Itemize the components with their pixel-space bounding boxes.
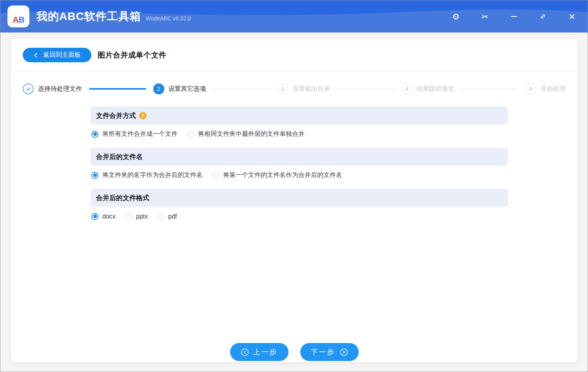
radio-pptx[interactable] <box>125 213 132 220</box>
close-icon[interactable]: ✕ <box>567 12 577 21</box>
app-version: WodeABC v6.32.0 <box>146 15 191 22</box>
step-1-circle: 1 <box>23 83 34 94</box>
section-format-header: 合并后的文件格式 <box>91 189 508 207</box>
step-5-start-processing: 5 开始处理 <box>525 83 566 94</box>
step-2-other-options: 2 设置其它选项 <box>153 83 206 94</box>
next-step-label: 下一步 <box>311 347 336 357</box>
logo-text: AB <box>7 15 29 25</box>
radio-option-pptx[interactable]: pptx <box>125 213 148 220</box>
stepper-connector <box>461 88 519 89</box>
section-merge-mode-header: 文件合并方式 ? <box>91 107 508 125</box>
wizard-footer: 上一步 下一步 <box>11 343 577 361</box>
stepper-connector <box>213 88 270 89</box>
circled-left-chevron-icon <box>241 348 249 356</box>
merge-mode-radio-group: 将所有文件合并成一个文件 将相同文件夹中最外层的文件单独合并 <box>91 129 508 139</box>
filename-radio-group: 将文件夹的名字作为合并后的文件名 将第一个文件的文件名作为合并后的文件名 <box>91 170 508 181</box>
step-4-label: 结果路径预览 <box>417 85 454 93</box>
stepper-connector <box>89 88 146 90</box>
scissors-screenshot-icon[interactable]: ✂ <box>480 12 490 21</box>
page-background: 返回到主面板 图片合并成单个文件 1 选择待处理文件 2 设置其它选项 <box>0 33 588 372</box>
circled-right-chevron-icon <box>340 348 348 356</box>
step-3-output-dir: 3 设置输出目录 <box>277 83 330 94</box>
section-merge-mode-title: 文件合并方式 <box>96 111 136 120</box>
step-4-result-preview: 4 结果路径预览 <box>401 83 454 94</box>
app-title: 我的ABC软件工具箱 <box>36 9 141 24</box>
radio-docx[interactable] <box>91 213 98 220</box>
radio-merge-all[interactable] <box>91 131 98 138</box>
format-radio-group: docx pptx pdf <box>91 211 508 222</box>
section-format-title: 合并后的文件格式 <box>96 193 149 202</box>
stepper-connector <box>337 88 394 89</box>
main-card: 返回到主面板 图片合并成单个文件 1 选择待处理文件 2 设置其它选项 <box>11 38 578 363</box>
titlebar: AB 我的ABC软件工具箱 WodeABC v6.32.0 ⚙ ✂ ✕ <box>0 0 588 33</box>
check-icon <box>25 86 31 92</box>
step-1-label: 选择待处理文件 <box>38 85 82 93</box>
radio-merge-per-folder[interactable] <box>187 131 194 138</box>
radio-label: 将所有文件合并成一个文件 <box>102 130 178 138</box>
step-1-select-files: 1 选择待处理文件 <box>23 83 82 94</box>
options-content: 文件合并方式 ? 将所有文件合并成一个文件 将相同文件夹中最外层的文件单独合并 <box>11 107 577 222</box>
radio-first-file-name[interactable] <box>212 172 219 179</box>
card-header: 返回到主面板 图片合并成单个文件 <box>11 39 577 72</box>
radio-label: pdf <box>168 213 177 220</box>
previous-step-button[interactable]: 上一步 <box>230 343 289 361</box>
radio-option-first-file-name[interactable]: 将第一个文件的文件名作为合并后的文件名 <box>212 171 342 179</box>
app-logo: AB <box>7 5 29 27</box>
radio-label: pptx <box>136 213 148 220</box>
maximize-expand-icon[interactable] <box>538 12 548 21</box>
settings-gear-icon[interactable]: ⚙ <box>451 12 461 21</box>
section-filename-header: 合并后的文件名 <box>91 148 508 166</box>
radio-option-docx[interactable]: docx <box>91 213 116 220</box>
radio-label: 将相同文件夹中最外层的文件单独合并 <box>198 130 305 138</box>
step-4-circle: 4 <box>401 83 412 94</box>
minimize-icon[interactable] <box>509 12 519 21</box>
radio-pdf[interactable] <box>157 213 164 220</box>
back-button-label: 返回到主面板 <box>43 51 81 59</box>
section-filename-title: 合并后的文件名 <box>96 152 143 161</box>
app-window: AB 我的ABC软件工具箱 WodeABC v6.32.0 ⚙ ✂ ✕ <box>0 0 588 372</box>
next-step-button[interactable]: 下一步 <box>300 343 359 361</box>
back-chevron-icon <box>33 52 38 58</box>
radio-option-folder-name[interactable]: 将文件夹的名字作为合并后的文件名 <box>91 171 203 179</box>
step-3-label: 设置输出目录 <box>292 85 330 93</box>
radio-label: docx <box>102 213 116 220</box>
step-5-circle: 5 <box>525 83 536 94</box>
radio-label: 将文件夹的名字作为合并后的文件名 <box>102 171 203 179</box>
page-title: 图片合并成单个文件 <box>98 50 167 60</box>
step-5-label: 开始处理 <box>541 85 566 93</box>
radio-folder-name[interactable] <box>91 172 98 179</box>
back-to-dashboard-button[interactable]: 返回到主面板 <box>23 48 91 62</box>
previous-step-label: 上一步 <box>253 347 278 357</box>
radio-option-merge-all[interactable]: 将所有文件合并成一个文件 <box>91 130 178 138</box>
help-icon[interactable]: ? <box>139 112 147 119</box>
radio-option-merge-per-folder[interactable]: 将相同文件夹中最外层的文件单独合并 <box>187 130 305 138</box>
wizard-stepper: 1 选择待处理文件 2 设置其它选项 3 设置输出目录 4 <box>11 83 577 94</box>
step-3-circle: 3 <box>277 83 288 94</box>
step-2-label: 设置其它选项 <box>169 85 206 93</box>
step-2-circle: 2 <box>153 83 164 94</box>
radio-label: 将第一个文件的文件名作为合并后的文件名 <box>223 171 342 179</box>
radio-option-pdf[interactable]: pdf <box>157 213 177 220</box>
